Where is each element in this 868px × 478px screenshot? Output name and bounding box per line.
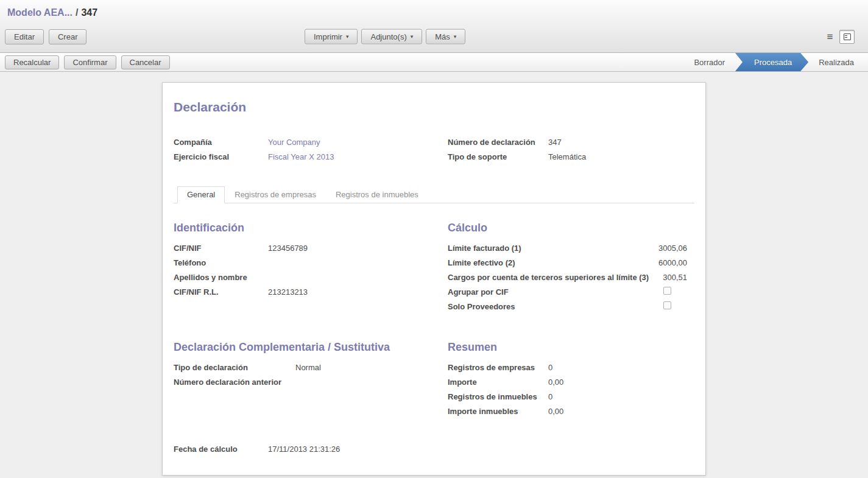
cancel-button[interactable]: Cancelar — [121, 55, 170, 69]
breadcrumb-parent-link[interactable]: Modelo AEA... — [7, 7, 72, 18]
list-icon: ≡ — [827, 32, 833, 42]
more-label: Más — [435, 32, 450, 42]
form-view-button[interactable] — [839, 30, 855, 44]
field-cif-nif-rl: CIF/NIF R.L. 213213213 — [174, 285, 448, 300]
group-resumen: Resumen Registros de empresas 0 Importe … — [448, 341, 694, 419]
field-label: Importe inmuebles — [448, 406, 548, 417]
field-declaration-number: Número de declaración 347 — [448, 135, 694, 150]
field-value: 0,00 — [548, 406, 563, 417]
toolbar: Editar Crear Imprimir ▾ Adjunto(s) ▾ Más… — [0, 21, 868, 52]
fiscal-year-label: Ejercicio fiscal — [174, 152, 268, 163]
field-value: 0 — [548, 362, 552, 373]
field-label: Límite facturado (1) — [448, 243, 658, 254]
field-importe: Importe 0,00 — [448, 375, 694, 390]
solo-proveedores-checkbox[interactable] — [663, 301, 671, 309]
field-label: CIF/NIF R.L. — [174, 287, 268, 298]
declaration-number-value: 347 — [548, 137, 562, 148]
field-label: CIF/NIF — [174, 243, 268, 254]
field-value: 300,51 — [663, 272, 694, 283]
tab-general[interactable]: General — [177, 186, 225, 203]
tab-content-general: Identificación CIF/NIF 123456789 Teléfon… — [174, 222, 694, 457]
checkbox-cell — [663, 287, 694, 298]
field-label: Importe — [448, 377, 548, 388]
tab-registros-de-inmuebles[interactable]: Registros de inmuebles — [326, 186, 428, 203]
field-label: Tipo de declaración — [174, 362, 295, 373]
fiscal-year-link[interactable]: Fiscal Year X 2013 — [268, 152, 334, 163]
company-label: Compañía — [174, 137, 268, 148]
field-registros-de-empresas: Registros de empresas 0 — [448, 360, 694, 375]
confirm-button[interactable]: Confirmar — [64, 55, 116, 69]
field-label: Registros de empresas — [448, 362, 548, 373]
field-value: 3005,06 — [658, 243, 694, 254]
field-label: Cargos por cuenta de terceros superiores… — [448, 272, 663, 283]
more-dropdown-button[interactable]: Más ▾ — [426, 29, 465, 44]
print-label: Imprimir — [314, 32, 342, 42]
caret-down-icon: ▾ — [346, 34, 349, 40]
groups-row-2: Declaración Complementaria / Sustitutiva… — [174, 341, 694, 419]
groups-row-1: Identificación CIF/NIF 123456789 Teléfon… — [174, 222, 694, 314]
identificacion-title: Identificación — [174, 222, 448, 234]
company-link[interactable]: Your Company — [268, 137, 320, 148]
complementaria-title: Declaración Complementaria / Sustitutiva — [174, 341, 448, 354]
field-label: Solo Proveedores — [448, 301, 663, 312]
field-company: Compañía Your Company — [174, 135, 448, 150]
calculo-title: Cálculo — [448, 222, 694, 234]
field-label: Teléfono — [174, 258, 268, 269]
recalculate-button[interactable]: Recalcular — [5, 55, 59, 69]
content-area: Declaración Compañía Your Company Ejerci… — [0, 72, 868, 478]
field-value: 6000,00 — [658, 258, 694, 269]
breadcrumb-current: 347 — [81, 7, 97, 18]
top-header: Modelo AEA.../347 Editar Crear Imprimir … — [0, 0, 868, 53]
print-dropdown-button[interactable]: Imprimir ▾ — [305, 29, 358, 44]
status-pipeline: Borrador Procesada Realizada — [685, 53, 863, 71]
field-value: Normal — [295, 362, 321, 373]
declaration-number-label: Número de declaración — [448, 137, 548, 148]
field-value: 123456789 — [268, 243, 308, 254]
page-title: Declaración — [174, 100, 694, 114]
field-value: 0 — [548, 392, 552, 402]
group-calculo: Cálculo Límite facturado (1) 3005,06 Lím… — [448, 222, 694, 314]
field-solo-proveedores: Solo Proveedores — [448, 300, 694, 314]
edit-button[interactable]: Editar — [5, 29, 44, 44]
header-right-column: Número de declaración 347 Tipo de soport… — [448, 135, 694, 164]
group-identificacion: Identificación CIF/NIF 123456789 Teléfon… — [174, 222, 448, 314]
attachments-dropdown-button[interactable]: Adjunto(s) ▾ — [361, 29, 422, 44]
support-type-label: Tipo de soporte — [448, 152, 548, 163]
header-left-column: Compañía Your Company Ejercicio fiscal F… — [174, 135, 448, 164]
status-borrador: Borrador — [685, 53, 734, 71]
view-switcher: ≡ — [822, 30, 863, 44]
field-label: Agrupar por CIF — [448, 287, 663, 298]
agrupar-por-cif-checkbox[interactable] — [663, 287, 671, 295]
create-button[interactable]: Crear — [49, 29, 87, 44]
list-view-button[interactable]: ≡ — [822, 30, 838, 44]
field-agrupar-por-cif: Agrupar por CIF — [448, 285, 694, 300]
field-label: Apellidos y nombre — [174, 272, 268, 283]
field-label: Registros de inmuebles — [448, 392, 548, 402]
caret-down-icon: ▾ — [411, 34, 414, 40]
form-icon — [844, 33, 851, 40]
field-cargos-terceros: Cargos por cuenta de terceros superiores… — [448, 270, 694, 285]
support-type-value: Telemática — [548, 152, 586, 163]
field-value: 213213213 — [268, 287, 308, 298]
checkbox-cell — [663, 301, 694, 312]
tab-registros-de-empresas[interactable]: Registros de empresas — [225, 186, 326, 203]
field-registros-de-inmuebles: Registros de inmuebles 0 — [448, 390, 694, 404]
action-statusbar: Recalcular Confirmar Cancelar Borrador P… — [0, 53, 868, 72]
form-sheet: Declaración Compañía Your Company Ejerci… — [162, 82, 706, 476]
field-telefono: Teléfono — [174, 256, 448, 270]
action-dropdowns: Imprimir ▾ Adjunto(s) ▾ Más ▾ — [305, 29, 465, 44]
group-complementaria: Declaración Complementaria / Sustitutiva… — [174, 341, 448, 419]
field-fiscal-year: Ejercicio fiscal Fiscal Year X 2013 — [174, 150, 448, 164]
caret-down-icon: ▾ — [454, 34, 457, 40]
notebook-tabs: General Registros de empresas Registros … — [174, 186, 694, 203]
resumen-title: Resumen — [448, 341, 694, 354]
field-fecha-de-calculo: Fecha de cálculo 17/11/2013 21:31:26 — [174, 442, 694, 457]
breadcrumb-separator: / — [72, 7, 81, 18]
attachments-label: Adjunto(s) — [370, 32, 406, 42]
fecha-calculo-label: Fecha de cálculo — [174, 444, 268, 455]
fecha-calculo-value: 17/11/2013 21:31:26 — [268, 444, 340, 455]
status-realizada: Realizada — [810, 53, 863, 71]
field-numero-declaracion-anterior: Número declaración anterior — [174, 375, 448, 390]
form-header-fields: Compañía Your Company Ejercicio fiscal F… — [174, 135, 694, 164]
field-limite-facturado: Límite facturado (1) 3005,06 — [448, 241, 694, 256]
